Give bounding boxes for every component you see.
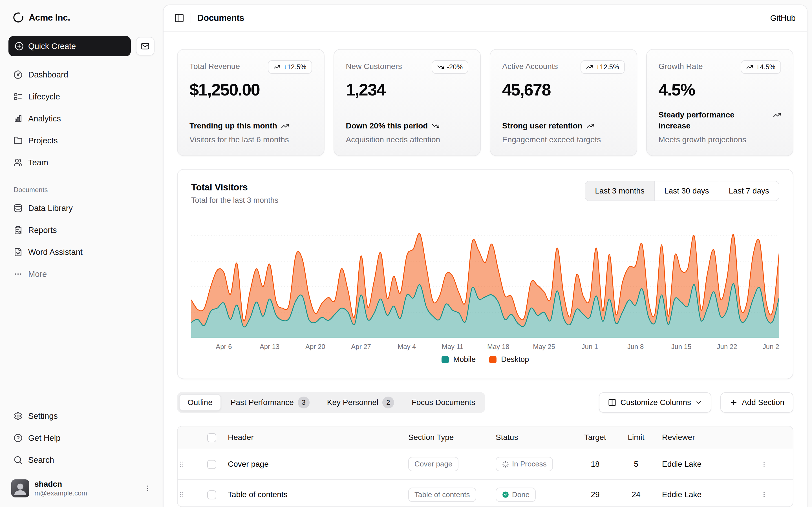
sidebar-item-projects[interactable]: Projects [8, 131, 154, 151]
row-checkbox[interactable] [207, 460, 216, 469]
brand-name: Acme Inc. [29, 12, 70, 23]
row-menu-icon[interactable] [760, 460, 794, 468]
sidebar-item-team[interactable]: Team [8, 153, 154, 172]
x-tick-label: Jun 29 [763, 343, 779, 350]
topbar: Documents GitHub [163, 5, 807, 32]
sidebar-item-lifecycle[interactable]: Lifecycle [8, 87, 154, 107]
card-active-accounts: Active Accounts +12.5% 45,678 Strong use… [490, 49, 637, 156]
sidebar-item-search[interactable]: Search [8, 450, 154, 470]
trend-badge: +4.5% [741, 60, 781, 74]
sidebar-item-get-help[interactable]: Get Help [8, 428, 154, 448]
trending-down-icon [432, 122, 440, 130]
card-value: 4.5% [659, 80, 781, 100]
x-tick-label: Jun 15 [671, 343, 691, 350]
table-toolbar: Outline Past Performance 3 Key Personnel… [177, 392, 794, 413]
gauge-icon [13, 70, 22, 79]
customize-columns-button[interactable]: Customize Columns [599, 392, 711, 413]
mail-button[interactable] [136, 37, 154, 55]
sidebar-item-reports[interactable]: Reports [8, 220, 154, 240]
quick-create-button[interactable]: Quick Create [8, 36, 131, 56]
range-last-7-days[interactable]: Last 7 days [719, 181, 779, 201]
col-target: Target [574, 427, 616, 449]
nav-footer: Settings Get Help Search [8, 406, 154, 470]
main-panel: Documents GitHub Total Revenue +12.5% $1… [163, 4, 808, 507]
section-type-badge: Cover page [408, 457, 458, 471]
row-checkbox[interactable] [207, 490, 216, 499]
x-tick-label: May 4 [398, 343, 416, 350]
dots-vertical-icon[interactable] [144, 485, 152, 492]
cell-header[interactable]: Cover page [221, 449, 402, 480]
list-details-icon [13, 92, 22, 101]
count-badge: 3 [298, 397, 310, 408]
cell-header[interactable]: Table of contents [221, 480, 402, 507]
legend-mobile: Mobile [442, 355, 476, 364]
cell-reviewer[interactable]: Eddie Lake [656, 449, 760, 480]
x-tick-label: Jun 1 [581, 343, 598, 350]
sections-table: Header Section Type Status Target Limit … [177, 426, 794, 507]
legend-desktop: Desktop [489, 355, 529, 364]
status-badge: In Process [496, 457, 553, 471]
select-all-checkbox[interactable] [207, 433, 216, 442]
tab-past-performance[interactable]: Past Performance 3 [223, 394, 317, 411]
tab-key-personnel[interactable]: Key Personnel 2 [319, 394, 402, 411]
col-status: Status [490, 427, 574, 449]
tab-focus-documents[interactable]: Focus Documents [404, 394, 483, 411]
range-last-3-months[interactable]: Last 3 months [585, 181, 654, 201]
github-link[interactable]: GitHub [770, 13, 796, 23]
page-title: Documents [197, 13, 244, 23]
file-word-icon [13, 247, 22, 257]
x-tick-label: Jun 8 [627, 343, 644, 350]
trending-up-icon [273, 64, 280, 70]
card-foot-desc: Engagement exceed targets [502, 135, 625, 144]
col-limit: Limit [616, 427, 656, 449]
folder-icon [13, 136, 22, 145]
sidebar-item-data-library[interactable]: Data Library [8, 198, 154, 218]
plus-icon [729, 398, 738, 407]
trending-up-icon [281, 122, 289, 130]
card-foot-desc: Acquisition needs attention [346, 135, 469, 144]
tab-outline[interactable]: Outline [179, 394, 221, 411]
drag-handle-icon[interactable] [177, 460, 202, 468]
range-last-30-days[interactable]: Last 30 days [654, 181, 719, 201]
cell-limit[interactable]: 24 [616, 480, 656, 507]
card-value: $1,250.00 [190, 80, 312, 100]
drag-handle-icon[interactable] [177, 491, 202, 498]
cell-reviewer[interactable]: Eddie Lake [656, 480, 760, 507]
sidebar-toggle-icon[interactable] [174, 13, 185, 23]
row-menu-icon[interactable] [760, 491, 794, 499]
sidebar-item-word-assistant[interactable]: Word Assistant [8, 242, 154, 262]
x-tick-label: Apr 20 [305, 343, 325, 350]
loader-icon [502, 460, 509, 468]
trending-up-icon [587, 122, 594, 130]
clipboard-icon [13, 226, 22, 235]
sidebar-item-dashboard[interactable]: Dashboard [8, 65, 154, 84]
brand[interactable]: Acme Inc. [8, 8, 154, 26]
x-tick-label: Apr 27 [351, 343, 371, 350]
bar-chart-icon [13, 114, 22, 123]
card-label: Total Revenue [190, 60, 240, 71]
card-new-customers: New Customers -20% 1,234 Down 20% this p… [334, 49, 481, 156]
x-tick-label: Apr 6 [216, 343, 232, 350]
sidebar-item-settings[interactable]: Settings [8, 406, 154, 426]
chevron-down-icon [695, 399, 702, 406]
add-section-button[interactable]: Add Section [720, 392, 794, 413]
columns-icon [608, 398, 616, 407]
area-chart: Apr 6Apr 13Apr 20Apr 27May 4May 11May 18… [191, 228, 779, 352]
logo-icon [13, 12, 24, 23]
divider [191, 13, 191, 23]
sidebar-item-analytics[interactable]: Analytics [8, 109, 154, 128]
cell-target[interactable]: 18 [574, 449, 616, 480]
help-circle-icon [13, 434, 22, 443]
sidebar-item-more[interactable]: More [8, 264, 154, 284]
trending-up-icon [746, 64, 753, 70]
user-menu[interactable]: shadcn m@example.com [8, 477, 154, 500]
stat-cards: Total Revenue +12.5% $1,250.00 Trending … [177, 49, 794, 156]
cell-limit[interactable]: 5 [616, 449, 656, 480]
card-foot-desc: Visitors for the last 6 months [190, 135, 312, 144]
table-row[interactable]: Table of contents Table of contents Done… [177, 480, 794, 507]
card-label: New Customers [346, 60, 402, 71]
card-value: 45,678 [502, 80, 625, 100]
cell-target[interactable]: 29 [574, 480, 616, 507]
trending-up-icon [586, 64, 593, 70]
table-row[interactable]: Cover page Cover page In Process 18 5 Ed… [177, 449, 794, 480]
